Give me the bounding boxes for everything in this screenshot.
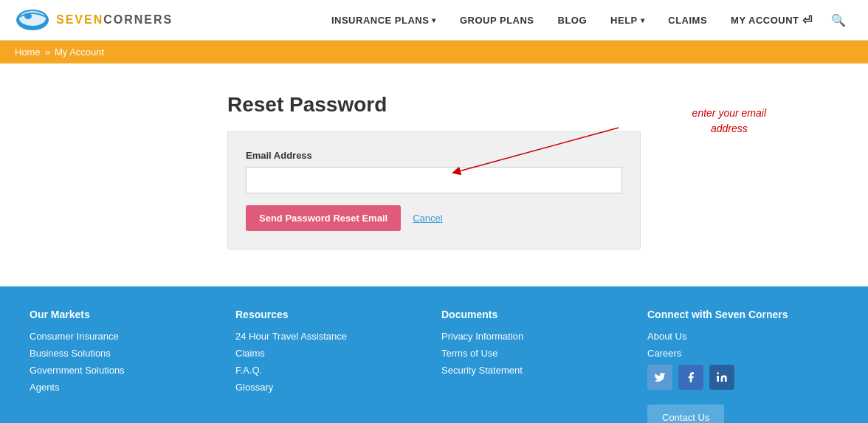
annotation-text: enter your email address (692, 106, 766, 137)
footer-col-documents: Documents Privacy Information Terms of U… (441, 309, 633, 423)
linkedin-icon[interactable] (709, 365, 734, 390)
footer-consumer-insurance[interactable]: Consumer Insurance (30, 331, 221, 342)
svg-point-4 (717, 372, 719, 374)
footer-col-markets: Our Markets Consumer Insurance Business … (30, 309, 221, 423)
facebook-icon[interactable] (678, 365, 703, 390)
footer-about-us[interactable]: About Us (647, 331, 838, 342)
email-label: Email Address (246, 150, 622, 161)
nav-help[interactable]: HELP▾ (599, 0, 656, 41)
footer-travel-assistance[interactable]: 24 Hour Travel Assistance (235, 331, 427, 342)
footer-col-connect: Connect with Seven Corners About Us Care… (647, 309, 838, 423)
nav-insurance-plans[interactable]: INSURANCE PLANS▾ (320, 0, 448, 41)
footer-grid: Our Markets Consumer Insurance Business … (30, 309, 838, 423)
send-reset-button[interactable]: Send Password Reset Email (246, 205, 401, 231)
footer-connect-title: Connect with Seven Corners (647, 309, 838, 320)
cancel-button[interactable]: Cancel (413, 213, 442, 224)
search-icon[interactable]: 🔍 (824, 0, 853, 41)
footer-markets-title: Our Markets (30, 309, 221, 320)
main-nav: INSURANCE PLANS▾ GROUP PLANS BLOG HELP▾ … (320, 0, 824, 41)
footer: Our Markets Consumer Insurance Business … (0, 286, 868, 423)
email-input[interactable] (246, 167, 622, 193)
nav-claims[interactable]: CLAIMS (656, 0, 719, 41)
logo[interactable]: SEVENCORNERS (15, 7, 173, 33)
form-card: Email Address Send Password Reset Email … (227, 131, 641, 250)
nav-my-account[interactable]: MY ACCOUNT ⏎ (719, 0, 824, 41)
footer-faq[interactable]: F.A.Q. (235, 365, 427, 376)
footer-careers[interactable]: Careers (647, 348, 838, 359)
logo-icon (15, 7, 50, 33)
footer-government-solutions[interactable]: Government Solutions (30, 365, 221, 376)
page-title: Reset Password (227, 93, 641, 117)
breadcrumb-separator: » (45, 47, 50, 58)
logo-text: SEVENCORNERS (56, 13, 173, 27)
reset-container: Reset Password enter your email address … (227, 93, 641, 250)
footer-glossary[interactable]: Glossary (235, 382, 427, 393)
footer-security[interactable]: Security Statement (441, 365, 633, 376)
breadcrumb-home[interactable]: Home (15, 47, 41, 58)
breadcrumb-current: My Account (55, 47, 104, 58)
footer-agents[interactable]: Agents (30, 382, 221, 393)
twitter-icon[interactable] (647, 365, 672, 390)
contact-us-button[interactable]: Contact Us (647, 405, 724, 423)
header: SEVENCORNERS INSURANCE PLANS▾ GROUP PLAN… (0, 0, 868, 41)
breadcrumb: Home » My Account (0, 41, 868, 63)
nav-group-plans[interactable]: GROUP PLANS (448, 0, 546, 41)
footer-terms[interactable]: Terms of Use (441, 348, 633, 359)
footer-resources-title: Resources (235, 309, 427, 320)
svg-point-2 (24, 13, 32, 19)
footer-claims[interactable]: Claims (235, 348, 427, 359)
main-content: Reset Password enter your email address … (0, 63, 868, 286)
social-icons (647, 365, 838, 390)
footer-business-solutions[interactable]: Business Solutions (30, 348, 221, 359)
footer-col-resources: Resources 24 Hour Travel Assistance Clai… (235, 309, 427, 423)
footer-documents-title: Documents (441, 309, 633, 320)
nav-blog[interactable]: BLOG (546, 0, 599, 41)
footer-privacy[interactable]: Privacy Information (441, 331, 633, 342)
form-actions: Send Password Reset Email Cancel (246, 205, 622, 231)
